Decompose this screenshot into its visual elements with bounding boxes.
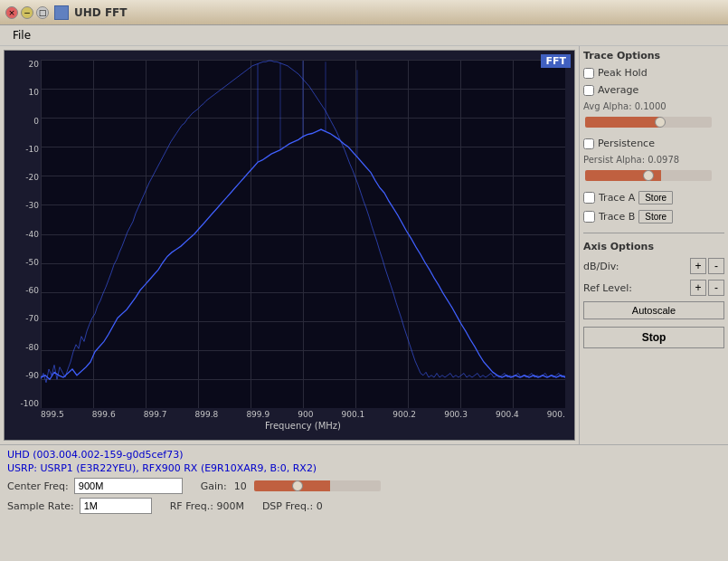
x-label-8998: 899.8 <box>195 410 219 419</box>
average-label: Average <box>598 84 638 96</box>
y-label--70: -70 <box>25 314 39 323</box>
app-icon <box>54 5 69 20</box>
minimize-button[interactable]: − <box>21 6 33 19</box>
y-label--100: -100 <box>21 399 39 408</box>
bottom-panel: UHD (003.004.002-159-g0d5cef73) USRP: US… <box>0 444 728 561</box>
menu-bar: File <box>0 25 728 46</box>
persist-alpha-slider-container <box>583 170 724 184</box>
trace-b-row: Trace B Store <box>583 210 724 223</box>
x-label-9004: 900.4 <box>496 410 519 419</box>
stop-button[interactable]: Stop <box>583 327 724 348</box>
fft-signal-svg <box>41 60 565 408</box>
peak-hold-checkbox[interactable] <box>583 68 594 79</box>
divider-1 <box>583 233 724 233</box>
maximize-button[interactable]: □ <box>36 6 49 19</box>
trace-b-label: Trace B <box>599 211 635 223</box>
x-axis-title: Frequency (MHz) <box>41 421 565 431</box>
axis-options-title: Axis Options <box>583 241 724 252</box>
x-label-8999: 899.9 <box>246 410 269 419</box>
sample-rate-group: Sample Rate: <box>7 498 152 514</box>
center-freq-label: Center Freq: <box>7 480 69 492</box>
y-label-20: 20 <box>29 60 39 69</box>
y-label--90: -90 <box>25 371 39 380</box>
x-label-8996: 899.6 <box>92 410 116 419</box>
x-labels: 899.5 899.6 899.7 899.8 899.9 900 900.1 … <box>41 408 565 419</box>
x-axis: 899.5 899.6 899.7 899.8 899.9 900 900.1 … <box>41 408 565 440</box>
sample-rate-input[interactable] <box>80 498 152 514</box>
x-label-9001: 900.1 <box>341 410 364 419</box>
x-label-9003: 900.3 <box>444 410 468 419</box>
gain-label: Gain: <box>201 480 227 492</box>
window-title: UHD FFT <box>74 6 128 19</box>
file-menu[interactable]: File <box>5 27 38 43</box>
center-freq-group: Center Freq: <box>7 478 183 494</box>
rf-freq-info: RF Freq.: 900M <box>170 500 244 512</box>
y-label--30: -30 <box>25 201 39 210</box>
db-div-row: dB/Div: + - <box>583 258 724 274</box>
plot-canvas <box>41 60 565 408</box>
gain-group: Gain: 10 <box>201 480 381 492</box>
x-label-900x: 900. <box>547 410 565 419</box>
trace-options-title: Trace Options <box>583 50 724 62</box>
y-label--40: -40 <box>25 230 39 239</box>
center-freq-input[interactable] <box>74 478 183 494</box>
gain-value: 10 <box>234 480 247 492</box>
avg-alpha-slider-container <box>583 117 724 130</box>
persistence-row: Persistence <box>583 138 724 149</box>
avg-alpha-row: Avg Alpha: 0.1000 <box>583 101 724 111</box>
autoscale-button[interactable]: Autoscale <box>583 301 724 319</box>
average-row: Average <box>583 84 724 96</box>
freq-gain-row: Center Freq: Gain: 10 <box>7 478 721 494</box>
avg-alpha-slider[interactable] <box>585 117 712 128</box>
plot-area: FFT 20 10 0 -10 -20 -30 -40 -50 -60 -70 … <box>4 50 575 441</box>
y-label-10: 10 <box>29 88 39 97</box>
y-label-0: 0 <box>33 117 39 126</box>
ref-level-controls: + - <box>690 280 724 296</box>
persist-alpha-row: Persist Alpha: 0.0978 <box>583 155 724 165</box>
x-label-8997: 899.7 <box>144 410 167 419</box>
sample-rate-row: Sample Rate: RF Freq.: 900M DSP Freq.: 0 <box>7 498 721 514</box>
main-content: FFT 20 10 0 -10 -20 -30 -40 -50 -60 -70 … <box>0 46 728 444</box>
version-info: UHD (003.004.002-159-g0d5cef73) <box>7 449 721 461</box>
window-controls[interactable]: × − □ <box>5 6 49 19</box>
trace-a-checkbox[interactable] <box>583 192 595 204</box>
y-label--50: -50 <box>25 258 39 267</box>
fft-badge: FFT <box>541 54 571 68</box>
trace-a-store-button[interactable]: Store <box>638 191 673 204</box>
trace-b-store-button[interactable]: Store <box>638 210 673 223</box>
db-div-controls: + - <box>690 258 724 274</box>
right-panel: Trace Options Peak Hold Average Avg Alph… <box>579 46 728 444</box>
sample-rate-label: Sample Rate: <box>7 500 74 512</box>
db-div-minus-button[interactable]: - <box>708 258 724 274</box>
x-label-9002: 900.2 <box>392 410 416 419</box>
db-div-label: dB/Div: <box>583 261 619 272</box>
y-label--20: -20 <box>25 173 39 182</box>
title-bar: × − □ UHD FFT <box>0 0 728 25</box>
persistence-checkbox[interactable] <box>583 138 594 149</box>
peak-hold-label: Peak Hold <box>598 67 648 79</box>
peak-hold-row: Peak Hold <box>583 67 724 79</box>
close-button[interactable]: × <box>5 6 18 19</box>
trace-b-checkbox[interactable] <box>583 211 595 223</box>
avg-alpha-label: Avg Alpha: 0.1000 <box>583 101 667 111</box>
trace-a-row: Trace A Store <box>583 191 724 204</box>
y-axis: 20 10 0 -10 -20 -30 -40 -50 -60 -70 -80 … <box>5 60 41 408</box>
ref-level-label: Ref Level: <box>583 282 632 294</box>
persist-alpha-slider[interactable] <box>585 170 712 181</box>
y-label--60: -60 <box>25 286 39 295</box>
ref-level-plus-button[interactable]: + <box>690 280 706 296</box>
device-info: USRP: USRP1 (E3R22YEU), RFX900 RX (E9R10… <box>7 462 721 474</box>
y-label--80: -80 <box>25 343 39 352</box>
x-label-8995: 899.5 <box>41 410 64 419</box>
gain-slider[interactable] <box>254 480 381 491</box>
ref-level-row: Ref Level: + - <box>583 280 724 296</box>
db-div-plus-button[interactable]: + <box>690 258 706 274</box>
x-label-900: 900 <box>298 410 313 419</box>
trace-a-label: Trace A <box>599 192 635 204</box>
y-label--10: -10 <box>25 145 39 154</box>
persistence-label: Persistence <box>598 138 655 149</box>
persist-alpha-label: Persist Alpha: 0.0978 <box>583 155 679 165</box>
average-checkbox[interactable] <box>583 85 594 96</box>
dsp-freq-info: DSP Freq.: 0 <box>262 500 323 512</box>
ref-level-minus-button[interactable]: - <box>708 280 724 296</box>
